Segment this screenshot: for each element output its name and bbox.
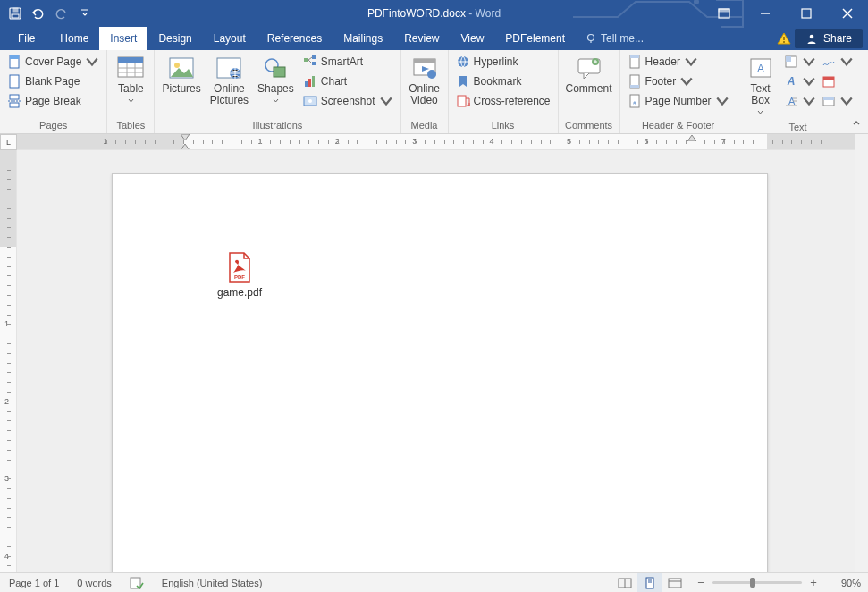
svg-rect-59	[786, 56, 791, 62]
tab-insert[interactable]: Insert	[99, 27, 147, 50]
shapes-label: Shapes	[257, 82, 294, 95]
tell-me-label: Tell me...	[601, 32, 644, 45]
svg-rect-71	[131, 578, 140, 588]
bookmark-icon	[456, 74, 470, 89]
tab-home[interactable]: Home	[49, 27, 99, 50]
cross-reference-button[interactable]: Cross-reference	[452, 91, 554, 110]
svg-rect-1	[13, 8, 18, 12]
shapes-button[interactable]: Shapes	[254, 52, 298, 108]
minimize-button[interactable]	[745, 0, 786, 27]
footer-icon	[628, 74, 642, 89]
status-language[interactable]: English (United States)	[153, 573, 272, 593]
table-label: Table	[118, 82, 144, 95]
vertical-ruler[interactable]: 1234	[0, 150, 17, 572]
screenshot-button[interactable]: Screenshot	[299, 91, 397, 110]
smartart-label: SmartArt	[321, 55, 363, 68]
tab-mailings[interactable]: Mailings	[333, 27, 393, 50]
hanging-indent-marker[interactable]	[181, 143, 190, 150]
qat-customize-button[interactable]	[75, 4, 95, 23]
cover-page-label: Cover Page	[25, 55, 81, 68]
hyperlink-button[interactable]: Hyperlink	[452, 52, 554, 71]
share-button[interactable]: Share	[795, 29, 863, 48]
first-line-indent-marker[interactable]	[181, 134, 190, 141]
date-time-button[interactable]	[820, 72, 855, 90]
svg-rect-5	[719, 9, 729, 12]
embedded-object[interactable]: PDF game.pdf	[217, 251, 262, 299]
chart-icon	[303, 74, 317, 89]
page-break-button[interactable]: Page Break	[4, 91, 103, 110]
status-word-count[interactable]: 0 words	[68, 573, 121, 593]
page-number-icon: #	[628, 94, 642, 108]
tab-file[interactable]: File	[9, 27, 49, 50]
print-layout-button[interactable]	[637, 573, 662, 593]
zoom-in-button[interactable]: +	[807, 577, 820, 589]
svg-rect-33	[304, 58, 308, 62]
read-mode-button[interactable]	[612, 573, 637, 593]
ribbon-display-options-button[interactable]	[704, 0, 745, 27]
svg-rect-45	[458, 96, 466, 106]
object-button[interactable]	[820, 91, 855, 110]
web-layout-button[interactable]	[662, 573, 687, 593]
chart-button[interactable]: Chart	[299, 72, 397, 90]
online-pictures-button[interactable]: Online Pictures	[206, 52, 252, 108]
quick-parts-button[interactable]	[782, 52, 818, 71]
zoom-slider[interactable]	[712, 581, 802, 584]
status-page[interactable]: Page 1 of 1	[0, 573, 68, 593]
screenshot-label: Screenshot	[321, 95, 375, 107]
text-box-button[interactable]: A Text Box	[741, 52, 780, 120]
workspace: L 11234567 1234 PDF game.pdf	[0, 134, 868, 572]
blank-page-button[interactable]: Blank Page	[4, 72, 103, 90]
zoom-value[interactable]: 90%	[825, 578, 861, 588]
svg-point-10	[588, 35, 594, 41]
zoom-out-button[interactable]: −	[695, 577, 707, 589]
ribbon-tabs: File Home Insert Design Layout Reference…	[0, 27, 868, 50]
svg-rect-22	[118, 57, 143, 63]
maximize-button[interactable]	[786, 0, 827, 27]
signature-line-button[interactable]	[820, 52, 855, 71]
bookmark-button[interactable]: Bookmark	[452, 72, 554, 90]
tab-view[interactable]: View	[451, 27, 495, 50]
tab-layout[interactable]: Layout	[203, 27, 257, 50]
proofing-icon	[130, 577, 144, 589]
tab-design[interactable]: Design	[147, 27, 202, 50]
save-button[interactable]	[5, 4, 25, 23]
wordart-button[interactable]: A	[782, 72, 818, 90]
right-indent-marker[interactable]	[687, 134, 696, 141]
window-controls	[704, 0, 868, 27]
quick-parts-icon	[784, 55, 798, 69]
svg-rect-66	[823, 77, 834, 80]
svg-rect-42	[414, 59, 435, 63]
tab-review[interactable]: Review	[393, 27, 450, 50]
horizontal-ruler[interactable]: 11234567	[17, 134, 855, 150]
tab-stop-selector[interactable]: L	[0, 134, 17, 150]
tab-references[interactable]: References	[257, 27, 333, 50]
svg-rect-36	[305, 81, 308, 87]
table-button[interactable]: Table	[111, 52, 150, 108]
vertical-scrollbar[interactable]	[855, 134, 868, 572]
tell-me-search[interactable]: Tell me...	[576, 27, 653, 50]
group-pages: Cover Page Blank Page Page Break Pages	[0, 50, 107, 133]
tab-pdfelement[interactable]: PDFelement	[494, 27, 576, 50]
bookmark-label: Bookmark	[474, 75, 522, 88]
document-area[interactable]: PDF game.pdf	[17, 150, 855, 572]
page-number-button[interactable]: # Page Number	[624, 91, 733, 110]
header-button[interactable]: Header	[624, 52, 733, 71]
undo-button[interactable]	[29, 4, 48, 23]
warning-indicator[interactable]	[773, 27, 795, 50]
footer-button[interactable]: Footer	[624, 72, 733, 90]
svg-rect-7	[802, 9, 811, 18]
cover-page-button[interactable]: Cover Page	[4, 52, 103, 71]
smartart-button[interactable]: SmartArt	[299, 52, 397, 71]
pictures-button[interactable]: Pictures	[158, 52, 204, 97]
comment-button[interactable]: Comment	[562, 52, 616, 97]
collapse-ribbon-button[interactable]	[850, 117, 863, 130]
page[interactable]: PDF game.pdf	[112, 173, 768, 572]
close-button[interactable]	[827, 0, 868, 27]
svg-rect-16	[10, 55, 19, 59]
status-proofing[interactable]	[121, 573, 153, 593]
redo-button[interactable]	[52, 4, 72, 23]
online-video-button[interactable]: Online Video	[405, 52, 444, 108]
drop-cap-button[interactable]: A	[782, 91, 818, 110]
drop-cap-icon: A	[784, 94, 798, 108]
svg-point-40	[308, 99, 312, 103]
